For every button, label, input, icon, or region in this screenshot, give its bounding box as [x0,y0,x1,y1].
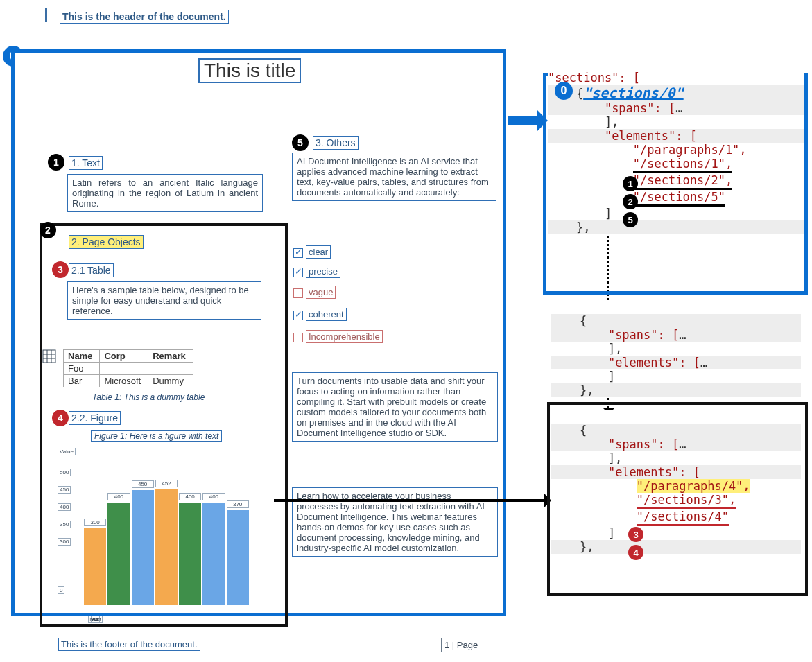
section-2-1-heading: 2.1 Table [69,263,114,277]
table-cell: Bar [64,375,100,387]
table-header: Remark [148,350,193,363]
json-element-ref: "/sections/2", [633,173,732,187]
section-1-heading: 1. Text [69,156,103,170]
badge-4: 4 [52,410,69,426]
header-cursor [45,8,47,22]
checklist-item: precise [293,265,340,278]
document-footer: This is the footer of the document. [58,638,200,651]
checklist-label: clear [306,245,331,259]
badge-1: 1 [48,154,64,171]
json-key: "elements": [ [608,465,700,479]
json-code-block: "sections": [ {"sections/0" "spans": [… … [548,57,804,234]
chart-bar: 300 [84,528,106,605]
table-cell [148,363,193,375]
table-header: Corp [100,350,148,363]
json-code-block: { "spans": [… ], "elements": [… ] }, [551,300,801,397]
section-3-body-2: Turn documents into usable data and shif… [292,372,498,442]
checkbox-checked-icon [293,248,303,258]
chart-bar-value: 452 [155,480,178,487]
section-2-2-heading: 2.2. Figure [69,411,121,425]
arrow-doc-to-json-icon [508,116,545,125]
section-3-body-3: Learn how to accelerate your business pr… [292,487,498,557]
section-2-heading: 2. Page Objects [69,236,144,247]
chart-bar-value: 400 [179,493,201,500]
ellipsis: … [675,101,682,115]
json-element-ref: "/paragraphs/1", [633,143,747,157]
json-key: "elements": [ [608,356,700,369]
json-key: "spans": [ [605,101,675,115]
badge-3: 3 [52,261,69,278]
figure-caption: Figure 1: Here is a figure with text [91,430,222,442]
json-element-ref: "/sections/3", [637,493,736,507]
json-element-ref: "/sections/1", [633,157,732,171]
chart-y-tick: 0 [58,586,64,594]
badge-2: 2 [40,222,56,238]
ellipsis: … [679,437,686,451]
badge-0-json: 0 [555,82,573,100]
chart-y-tick: 450 [58,486,71,494]
table-cell: Dummy [148,375,193,387]
chart-bar-value: 370 [227,500,249,508]
json-code-block: { "spans": [… ], "elements": [ "/paragra… [551,410,801,554]
json-key: "elements": [ [605,129,697,143]
section-3-heading: 3. Others [313,136,359,150]
json-key: "spans": [ [608,328,679,342]
json-element-ref: "/paragraphs/4", [637,479,750,493]
document-title: This is title [198,58,301,83]
document-header: This is the header of the document. [60,10,229,24]
chart-bar: 400 [107,503,130,605]
badge-5-json: 5 [623,212,638,227]
json-sections-0-label: "sections/0" [583,85,684,101]
checkbox-checked-icon [293,268,303,277]
chart-x-tick: Next [84,616,107,622]
checklist-item: clear [293,245,331,259]
arrow-section2-to-json-icon [274,499,547,502]
checkbox-checked-icon [293,311,303,320]
chart-bar-value: 400 [202,493,225,500]
document-frame: This is title 1 1. Text Latin refers to … [11,49,506,616]
checklist-label: precise [306,265,340,278]
ellipsis: … [679,328,686,342]
table-caption: Table 1: This is a dummy table [92,392,205,402]
chart-bar: 452 [155,489,178,605]
chart-y-tick: 300 [58,538,71,546]
badge-2-json: 2 [623,194,638,209]
ellipsis: … [700,356,707,369]
chart-bar-value: 450 [132,480,154,488]
sample-table: Name Corp Remark Foo Bar Microsoft Dummy [63,349,193,387]
json-element-ref: "/sections/4" [637,509,729,523]
section-2-1-body: Here's a sample table below, designed to… [67,281,261,320]
badge-5: 5 [292,134,309,151]
table-cell: Foo [64,363,100,375]
section-1-body: Latin refers to an ancient Italic langua… [67,174,263,212]
checklist-item: vague [293,286,336,299]
chart-bar: 450 [132,490,154,606]
json-element-ref: "/sections/5" [633,190,725,204]
chart-y-tick: 400 [58,503,71,511]
checklist-label: vague [306,286,336,299]
chart-bar: 400 [179,503,201,605]
table-cell: Microsoft [100,375,148,387]
chart-bar: 400 [202,503,225,605]
table-header: Name [64,350,100,363]
badge-1-json: 1 [623,176,638,191]
chart-bar-value: 400 [107,493,130,500]
badge-3-json: 3 [628,527,643,542]
checklist-label: Incomprehensible [306,330,383,343]
table-icon [42,349,56,366]
chart-y-tick: 500 [58,469,71,476]
figure-chart: Value5004504003503000 300400450452400400… [58,448,273,622]
checklist-label: coherent [306,308,347,321]
section-3-body-1: AI Document Intelligence is an AI servic… [292,153,496,201]
chart-y-tick: 350 [58,521,71,528]
json-key: "spans": [ [608,437,679,451]
checkbox-unchecked-icon [293,333,303,342]
svg-rect-0 [43,350,55,363]
chart-bar-value: 300 [84,519,106,526]
chart-y-tick: Value [58,448,76,455]
chart-bar: 370 [227,510,249,605]
page-number: 1 | Page [441,638,481,652]
badge-4-json: 4 [628,545,643,560]
checkbox-unchecked-icon [293,288,303,298]
checklist-item: Incomprehensible [293,330,383,343]
